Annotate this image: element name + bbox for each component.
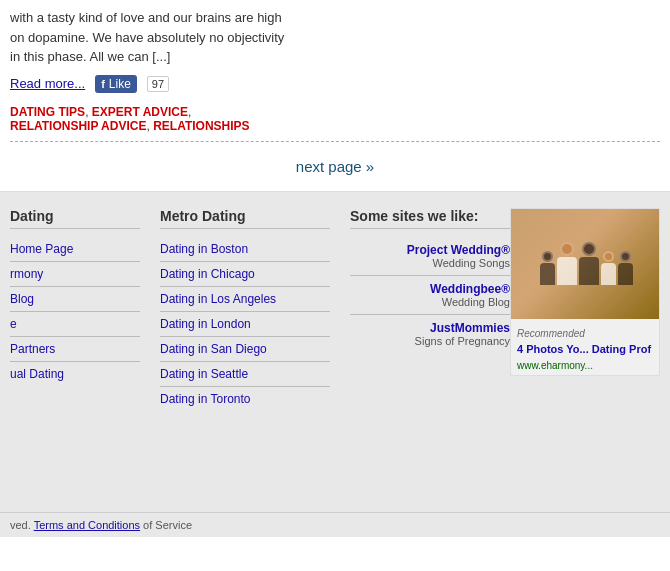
- dating-link-blog[interactable]: Blog: [10, 287, 140, 312]
- dating-link-ual[interactable]: ual Dating: [10, 362, 140, 386]
- body-3: [579, 257, 599, 285]
- service-text: of Service: [143, 519, 192, 531]
- dating-heading: Dating: [10, 208, 140, 229]
- site-item-justmommies: JustMommies Signs of Pregnancy: [350, 315, 510, 353]
- tag-relationships[interactable]: RELATIONSHIPS: [153, 119, 249, 133]
- head-4: [603, 251, 614, 262]
- dating-link-homepage[interactable]: Home Page: [10, 237, 140, 262]
- people-group: [535, 237, 638, 290]
- ad-image: [511, 209, 660, 319]
- ad-title[interactable]: 4 Photos Yo... Dating Prof: [517, 342, 653, 356]
- sites-heading: Some sites we like:: [350, 208, 510, 229]
- read-more-row: Read more... f Like 97: [10, 75, 660, 93]
- article-line2: on dopamine. We have absolutely no objec…: [10, 30, 284, 45]
- metro-link-london[interactable]: Dating in London: [160, 312, 330, 337]
- site-item-weddingbee: Weddingbee® Wedding Blog: [350, 276, 510, 315]
- site-link-weddingbee[interactable]: Weddingbee®: [350, 282, 510, 296]
- tags-row: DATING TIPS, EXPERT ADVICE, RELATIONSHIP…: [10, 105, 660, 133]
- tag-expert-advice[interactable]: EXPERT ADVICE: [92, 105, 188, 119]
- metro-dating-column: Metro Dating Dating in Boston Dating in …: [140, 208, 330, 502]
- person-3: [579, 242, 599, 285]
- fb-count: 97: [147, 76, 169, 92]
- dating-column: Dating Home Page rmony Blog e Partners u…: [10, 208, 140, 502]
- next-page-row: next page »: [10, 150, 660, 179]
- article-section: with a tasty kind of love and our brains…: [0, 0, 670, 192]
- person-2: [557, 242, 577, 285]
- dating-link-e[interactable]: e: [10, 312, 140, 337]
- divider: [10, 141, 660, 142]
- sites-column: Some sites we like: Project Wedding® Wed…: [330, 208, 510, 502]
- body-1: [540, 263, 555, 285]
- read-more-link[interactable]: Read more...: [10, 76, 85, 91]
- dating-link-rmony[interactable]: rmony: [10, 262, 140, 287]
- tag-relationship-advice[interactable]: RELATIONSHIP ADVICE: [10, 119, 146, 133]
- copyright-text: ved.: [10, 519, 31, 531]
- ad-text-area: Recommended 4 Photos Yo... Dating Prof w…: [511, 319, 659, 375]
- article-line1: with a tasty kind of love and our brains…: [10, 10, 282, 25]
- article-body: with a tasty kind of love and our brains…: [10, 8, 660, 67]
- site-sub-weddingbee: Wedding Blog: [350, 296, 510, 308]
- ad-url: www.eharmony...: [517, 360, 653, 371]
- metro-link-toronto[interactable]: Dating in Toronto: [160, 387, 330, 411]
- body-2: [557, 257, 577, 285]
- site-item-project-wedding: Project Wedding® Wedding Songs: [350, 237, 510, 276]
- fb-icon: f: [101, 78, 105, 90]
- person-4: [601, 251, 616, 285]
- tag-dating-tips[interactable]: DATING TIPS: [10, 105, 85, 119]
- site-sub-justmommies: Signs of Pregnancy: [350, 335, 510, 347]
- article-line3: in this phase. All we can [...]: [10, 49, 170, 64]
- ad-box: Recommended 4 Photos Yo... Dating Prof w…: [510, 208, 660, 376]
- copyright-strip: ved. Terms and Conditions of Service: [0, 512, 670, 537]
- ad-column: Recommended 4 Photos Yo... Dating Prof w…: [510, 208, 670, 502]
- footer-section: Dating Home Page rmony Blog e Partners u…: [0, 192, 670, 512]
- terms-link[interactable]: Terms and Conditions: [34, 519, 140, 531]
- site-sub-project-wedding: Wedding Songs: [350, 257, 510, 269]
- metro-link-boston[interactable]: Dating in Boston: [160, 237, 330, 262]
- ad-recommended-label: Recommended: [517, 328, 585, 339]
- head-1: [542, 251, 553, 262]
- metro-link-sandiego[interactable]: Dating in San Diego: [160, 337, 330, 362]
- head-5: [620, 251, 631, 262]
- next-page-link[interactable]: next page »: [296, 158, 374, 175]
- site-link-project-wedding[interactable]: Project Wedding®: [350, 243, 510, 257]
- fb-like-label: Like: [109, 77, 131, 91]
- metro-link-chicago[interactable]: Dating in Chicago: [160, 262, 330, 287]
- metro-heading: Metro Dating: [160, 208, 330, 229]
- metro-link-losangeles[interactable]: Dating in Los Angeles: [160, 287, 330, 312]
- metro-link-seattle[interactable]: Dating in Seattle: [160, 362, 330, 387]
- head-2: [560, 242, 574, 256]
- dating-link-partners[interactable]: Partners: [10, 337, 140, 362]
- head-3: [582, 242, 596, 256]
- person-5: [618, 251, 633, 285]
- person-1: [540, 251, 555, 285]
- body-4: [601, 263, 616, 285]
- site-link-justmommies[interactable]: JustMommies: [350, 321, 510, 335]
- body-5: [618, 263, 633, 285]
- fb-like-button[interactable]: f Like: [95, 75, 137, 93]
